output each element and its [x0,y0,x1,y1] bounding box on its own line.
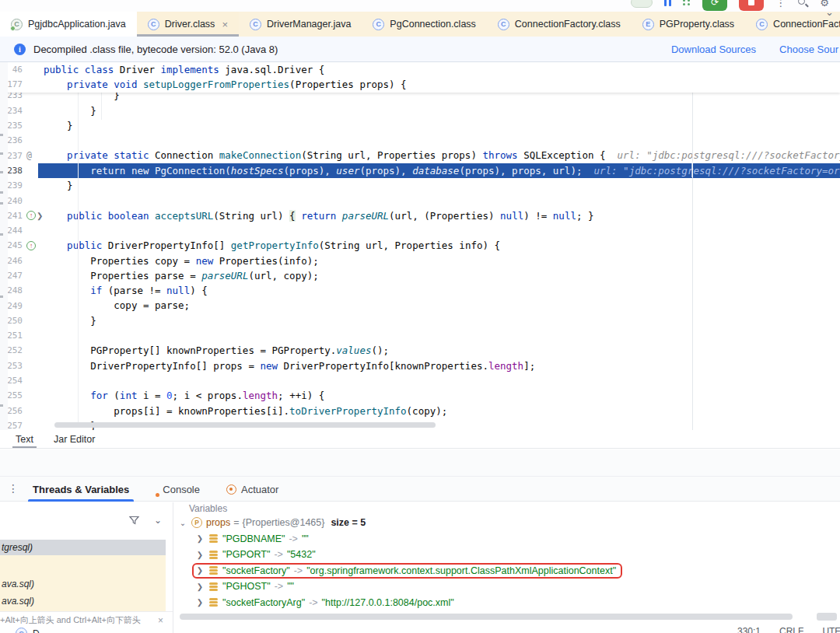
variable-root-row[interactable]: ⌄Pprops={Properties@1465}size = 5 [173,515,840,531]
code-line[interactable]: 46public class Driver implements java.sq… [0,62,840,77]
execution-line[interactable]: 238 return new PgConnection(hostSpecs(pr… [0,163,840,178]
frame-row-partial[interactable]: C D [16,628,40,633]
entry-value: "" [287,581,294,592]
code-line[interactable]: 246 Properties copy = new Properties(inf… [0,254,840,268]
code-text: private static Connection makeConnection… [44,148,840,163]
more-icon[interactable]: ⋮ [775,0,786,9]
code-line[interactable]: 235 } [0,118,840,133]
entry-key: "socketFactoryArg" [222,597,305,608]
tab-label: Threads & Variables [33,484,129,495]
code-line[interactable]: 253 DriverPropertyInfo[] props = new Dri… [0,358,840,373]
code-line[interactable]: 234 } [0,103,840,118]
chevron-down-icon[interactable]: ⌄ [825,6,834,18]
code-text: } [44,313,96,328]
clipped-code-line: 233 } [0,93,840,103]
chevron-right-icon[interactable]: ❯ [195,534,205,543]
tab-label: PgConnection.class [390,19,475,30]
variable-row[interactable]: ❯"PGDBNAME"->"" [173,531,840,547]
more-icon[interactable]: ⋮ [8,482,19,495]
variable-row[interactable]: ❯"socketFactory"->"org.springframework.c… [173,563,840,579]
variables-horizontal-scrollbar[interactable] [180,614,793,620]
caret-position[interactable]: 330:1 [737,626,761,633]
editor-tab[interactable]: CDriver.class× [137,12,239,37]
run-widget-pill[interactable] [631,0,653,8]
frame-row[interactable]: tgresql) [0,540,166,555]
rerun-button[interactable]: ⟳ [702,0,727,11]
code-line[interactable]: 240 [0,193,840,208]
line-separator[interactable]: CRLF [779,626,803,633]
variables-scrollbar-corner[interactable] [817,613,837,621]
code-line[interactable]: 177 private void setupLoggerFromProperti… [0,77,840,92]
search-icon[interactable] [797,0,808,8]
annotation-icon[interactable]: @ [26,150,32,161]
code-line[interactable]: 241↑❯ public boolean acceptsURL(String u… [0,208,840,223]
pause-icon[interactable] [664,0,671,6]
variable-row[interactable]: ❯"PGHOST"->"" [173,579,840,595]
code-line[interactable]: 236 [0,133,840,148]
code-line[interactable]: 254 [0,373,840,388]
row-content: ❯"PGHOST"->"" [192,579,300,594]
map-entry-icon [209,582,218,591]
code-line[interactable]: 248 if (parse != null) { [0,283,840,298]
decompiler-view-tabs: TextJar Editor [0,430,840,449]
gutter-icons: @ [26,150,44,161]
code-line[interactable]: 237@ private static Connection makeConne… [0,148,840,163]
frame-row[interactable]: ava.sql) [0,575,166,593]
code-line[interactable]: 244 [0,223,840,238]
editor-tab[interactable]: EPGProperty.class [632,12,745,37]
view-tab-text[interactable]: Text [16,430,33,448]
code-line[interactable]: 245↑ public DriverPropertyInfo[] getProp… [0,238,840,253]
highlighted-row-content: ❯"socketFactory"->"org.springframework.c… [192,563,622,579]
chevron-right-icon[interactable]: ❯ [195,566,205,575]
close-icon[interactable]: × [158,615,163,626]
stop-button[interactable] [739,0,764,11]
chevron-right-icon[interactable]: ❯ [195,598,205,607]
file-encoding[interactable]: UTF-8 [822,626,840,633]
debug-tab-threads-variables[interactable]: Threads & Variables [23,477,138,502]
banner-link[interactable]: Choose Sour [779,44,838,55]
code-line[interactable]: 251 [0,328,840,343]
variable-row[interactable]: ❯"socketFactoryArg"->"http://127.0.0.1:8… [173,595,840,611]
editor-horizontal-scrollbar[interactable] [54,422,436,428]
code-text: if (parse != null) { [44,283,208,298]
fold-arrow-icon[interactable]: ❯ [37,212,43,220]
chevron-right-icon[interactable]: ❯ [195,582,205,591]
implementing-method-icon[interactable]: ↑ [26,241,36,250]
variable-size: size = 5 [331,517,366,528]
edge-mark [0,152,3,155]
code-line[interactable]: 252 PGProperty[] knownProperties = PGPro… [0,343,840,358]
map-entry-icon [209,598,218,607]
code-line[interactable]: 256 props[i] = knownProperties[i].toDriv… [0,404,840,418]
code-line[interactable]: 249 copy = parse; [0,298,840,313]
edge-mark [0,233,3,236]
debug-tab-actuator[interactable]: Actuator [217,477,288,502]
decompile-banner: i Decompiled .class file, bytecode versi… [0,37,840,62]
chevron-right-icon[interactable]: ❯ [195,551,205,559]
chevron-down-icon[interactable]: ⌄ [154,515,162,526]
editor-tab[interactable]: CDriverManager.java [239,12,362,37]
editor-tab[interactable]: CPgConnection.class [362,12,486,37]
debug-tab-console[interactable]: Console [146,477,209,502]
frame-row[interactable]: ava.sql) [0,593,166,610]
variable-row[interactable]: ❯"PGPORT"->"5432" [173,547,840,563]
view-tab-jar-editor[interactable]: Jar Editor [54,430,96,448]
editor-tab[interactable]: CPgjdbcApplication.java [0,12,137,37]
banner-link[interactable]: Download Sources [671,44,756,55]
close-icon[interactable]: × [222,19,228,30]
right-margin-guide [692,62,693,430]
code-line[interactable]: 239 } [0,178,840,193]
code-line[interactable]: 247 Properties parse = parseURL(url, cop… [0,268,840,283]
implementing-method-icon[interactable]: ↑ [26,211,36,220]
code-line[interactable]: 255 for (int i = 0; i < props.length; ++… [0,388,840,403]
code-editor[interactable]: 233 }234 }235 }236237@ private static Co… [0,62,840,430]
code-line[interactable]: 233 } [0,93,840,103]
code-text: private void setupLoggerFromProperties(P… [44,77,407,92]
filter-icon[interactable] [128,515,140,526]
gutter-icons: ↑ [26,241,44,250]
editor-tab[interactable]: CConnectionFactory.class [487,12,632,37]
code-text: public boolean acceptsURL(String url) { … [44,208,594,223]
chevron-down-icon[interactable]: ⌄ [178,519,187,527]
code-line[interactable]: 250 } [0,313,840,328]
frame-row[interactable] [0,555,166,575]
services-icon[interactable] [683,0,691,5]
